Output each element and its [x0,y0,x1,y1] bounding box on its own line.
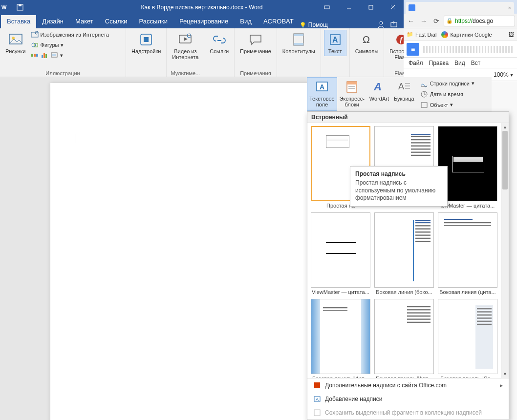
tab-references[interactable]: Ссылки [99,15,133,28]
link-icon [212,32,227,47]
google-icon [441,31,448,38]
share-icon[interactable] [390,21,398,28]
omega-icon: Ω [359,32,375,47]
gallery-item-semaphore-sidebar[interactable]: Боковая панель "Се... [437,299,498,378]
scroll-thumb[interactable] [502,131,508,189]
ribbon-display-icon[interactable] [316,0,338,15]
tab-view[interactable]: Вид [234,15,258,28]
group-label-symbols [353,69,381,76]
btn-online-images[interactable]: Изображения из Интернета [29,30,110,40]
tab-insert[interactable]: Вставка [1,15,36,28]
btn-online-video[interactable]: Видео из Интернета [170,30,201,62]
gallery-item-sideline-sidebar[interactable]: Боковая линия (боко... [374,212,434,295]
svg-rect-21 [43,53,45,58]
scroll-down-icon[interactable]: ▼ [501,370,509,378]
svg-text:Ω: Ω [363,34,370,45]
office-icon [313,381,321,389]
draw-textbox-icon: A [313,395,321,403]
gallery-item-sideline-quote[interactable]: Боковая линия (цита... [437,212,498,295]
btn-textbox[interactable]: A Текстовое поле [307,77,337,111]
gallery-section-header: Встроенный [307,112,509,123]
svg-rect-41 [347,82,357,84]
svg-marker-28 [184,37,188,41]
url-https: https:// [455,18,473,24]
headerfooter-icon [291,32,306,47]
gallery-more-office[interactable]: Дополнительные надписи с сайта Office.co… [307,378,509,392]
lock-icon: 🔒 [446,18,453,24]
chart-icon [41,51,48,59]
tab-layout[interactable]: Макет [69,15,99,28]
datetime-icon [420,90,428,98]
chrome-forward-icon[interactable]: → [418,16,429,26]
bookmark-google-images[interactable]: Картинки Google [441,31,492,38]
tell-me-input[interactable]: Помощ [300,21,328,28]
gallery-item-aspect-sidebar-2[interactable]: Боковая панель "Асп... [374,299,434,378]
group-label-text [324,69,346,76]
tab-mailings[interactable]: Рассылки [133,15,173,28]
gallery-item-aspect-sidebar-1[interactable]: Боковая панель "Асп... [310,299,371,378]
minimize-icon[interactable] [338,0,360,15]
bookmark-more-icon[interactable]: 🖼 [509,32,514,38]
gallery-scroll-area[interactable]: Простая на iewMaster — цитата... ViewMas… [307,123,501,378]
svg-text:A: A [373,81,382,93]
btn-links[interactable]: Ссылки [207,30,231,56]
btn-dropcap[interactable]: A Буквица [391,77,417,111]
chrome-tab-strip: × [404,0,517,14]
gdocs-logo-icon[interactable]: ≡ [407,43,419,56]
chrome-tab[interactable]: × [406,2,514,14]
btn-pictures[interactable]: Рисунки [3,30,28,60]
btn-quick-parts[interactable]: Экспресс- блоки [337,77,367,111]
textbox-icon: A [314,79,330,95]
svg-point-14 [35,31,38,34]
gallery-item-viewmaster-quote[interactable]: ViewMaster — цитата... [310,212,371,295]
btn-signature-line[interactable]: Строки подписи ▾ [419,79,476,88]
tab-review[interactable]: Рецензирование [173,15,234,28]
chrome-reload-icon[interactable]: ⟳ [431,16,442,26]
gdocs-menu-edit[interactable]: Правка [429,60,449,66]
btn-misc-icons[interactable]: ▾ [29,50,110,60]
gdocs-menu-file[interactable]: Файл [409,60,423,66]
btn-date-time[interactable]: Дата и время [419,89,476,99]
btn-wordart[interactable]: A WordArt [367,77,391,111]
btn-shapes[interactable]: Фигуры ▾ [29,40,110,50]
shapes-icon [31,41,39,49]
svg-rect-11 [9,34,22,44]
gdocs-doc-title[interactable] [423,46,514,53]
btn-object[interactable]: Объект ▾ [419,100,476,110]
quickaccess-save-icon[interactable] [17,4,23,11]
quickparts-icon [344,79,360,95]
btn-comment[interactable]: Примечание [237,30,274,56]
group-symbols: Ω Символы [350,28,385,77]
btn-symbols[interactable]: Ω Символы [353,30,381,56]
tab-acrobat[interactable]: ACROBAT [258,15,300,28]
chrome-url-input[interactable]: 🔒 https://docs.go [444,16,515,26]
btn-addins[interactable]: Надстройки [129,30,163,56]
save-selection-icon [313,409,321,417]
maximize-icon[interactable] [360,0,382,15]
ribbon-tabs: Файл Вставка Дизайн Макет Ссылки Рассылк… [0,15,404,28]
account-icon[interactable] [377,21,385,28]
text-group-expanded: A Текстовое поле Экспресс- блоки A WordA… [307,77,492,111]
close-icon[interactable] [382,0,404,15]
group-addins: Надстройки Надстройки [126,28,167,77]
scroll-up-icon[interactable]: ▲ [501,123,509,131]
gallery-scrollbar[interactable]: ▲ ▼ [501,123,509,378]
chrome-tab-title [417,5,506,11]
bookmark-fastdial[interactable]: 📁Fast Dial [407,31,436,38]
gdocs-menu-bar: Файл Правка Вид Вст [404,58,517,68]
chrome-back-icon[interactable]: ← [406,16,416,26]
gdocs-menu-insert[interactable]: Вст [471,60,481,66]
chevron-right-icon: ▸ [500,382,503,389]
btn-text[interactable]: A Текст [324,30,346,56]
online-images-icon [31,31,39,39]
signature-icon [420,80,428,87]
chrome-tab-close-icon[interactable]: × [508,5,511,11]
group-illustrations: Рисунки Изображения из Интернета Фигуры … [0,28,126,77]
gdocs-menu-view[interactable]: Вид [454,60,465,66]
tab-design[interactable]: Дизайн [36,15,69,28]
gallery-draw-textbox[interactable]: A Добавление надписи [307,392,509,406]
group-links: Ссылки [204,28,235,77]
btn-headerfooter[interactable]: Колонтитулы [280,30,318,56]
folder-icon: 📁 [407,31,413,38]
ribbon: Рисунки Изображения из Интернета Фигуры … [0,28,404,77]
